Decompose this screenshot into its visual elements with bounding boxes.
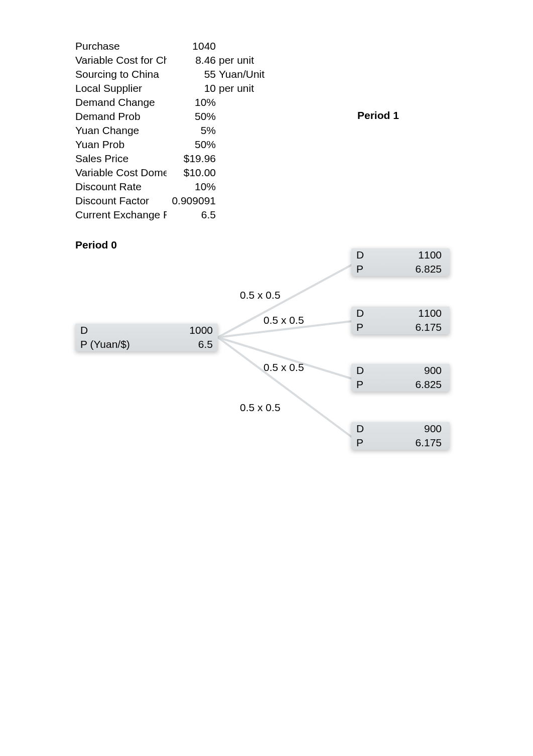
branch-prob-4: 0.5 x 0.5 — [240, 402, 281, 414]
node-row-p: P 6.175 — [351, 436, 450, 450]
node-d-label: D — [356, 249, 386, 261]
param-value: 5% — [167, 124, 216, 137]
node-d-value: 1000 — [136, 324, 213, 336]
param-row: Purchase 1040 — [75, 39, 264, 53]
param-unit: Yuan/Unit — [216, 68, 264, 80]
param-row: Sales Price $19.96 — [75, 152, 264, 166]
node-d-value: 1100 — [386, 307, 442, 319]
branch-prob-2: 0.5 x 0.5 — [263, 314, 304, 326]
svg-line-0 — [218, 265, 351, 337]
period1-heading: Period 1 — [357, 109, 399, 121]
param-label: Sourcing to China — [75, 68, 167, 80]
node-d-label: D — [356, 423, 386, 435]
param-row: Yuan Change 5% — [75, 123, 264, 138]
param-row: Current Exchange Ra 6.5 — [75, 208, 264, 222]
node-d-label: D — [80, 324, 136, 336]
node-row-d: D 1000 — [75, 323, 218, 337]
node-p-value: 6.175 — [386, 437, 442, 449]
period1-node-3: D 900 P 6.825 — [351, 363, 450, 392]
param-label: Variable Cost for Chi $ — [75, 54, 167, 66]
param-row: Local Supplier 10 per unit — [75, 81, 264, 95]
node-p-value: 6.825 — [386, 379, 442, 391]
param-label: Demand Change — [75, 96, 167, 108]
param-row: Demand Change 10% — [75, 95, 264, 109]
param-value: $10.00 — [167, 167, 216, 179]
period1-node-2: D 1100 P 6.175 — [351, 306, 450, 334]
node-p-label: P — [356, 379, 386, 391]
node-p-label: P — [356, 321, 386, 333]
node-d-value: 900 — [386, 423, 442, 435]
node-row-p: P 6.175 — [351, 320, 450, 334]
param-label: Current Exchange Ra — [75, 209, 167, 221]
node-p-value: 6.175 — [386, 321, 442, 333]
param-row: Discount Rate 10% — [75, 180, 264, 194]
node-row-d: D 900 — [351, 422, 450, 436]
node-row-p: P (Yuan/$) 6.5 — [75, 337, 218, 351]
node-row-d: D 900 — [351, 363, 450, 377]
param-value: 10% — [167, 181, 216, 193]
period1-node-1: D 1100 P 6.825 — [351, 248, 450, 276]
node-row-p: P 6.825 — [351, 377, 450, 392]
param-row: Sourcing to China 55 Yuan/Unit — [75, 67, 264, 81]
param-row: Discount Factor 0.909091 — [75, 194, 264, 208]
param-unit: per unit — [216, 54, 254, 66]
node-d-value: 1100 — [386, 249, 442, 261]
param-value: 1040 — [167, 40, 216, 52]
node-p-label: P — [356, 263, 386, 275]
param-label: Variable Cost Domes — [75, 167, 167, 179]
period1-node-4: D 900 P 6.175 — [351, 422, 450, 450]
node-row-d: D 1100 — [351, 306, 450, 320]
param-label: Discount Factor — [75, 195, 167, 207]
param-value: 0.909091 — [167, 195, 216, 207]
node-p-label: P (Yuan/$) — [80, 338, 136, 350]
node-d-label: D — [356, 307, 386, 319]
svg-line-3 — [218, 337, 351, 437]
param-label: Discount Rate — [75, 181, 167, 193]
param-row: Yuan Prob 50% — [75, 138, 264, 152]
period0-node: D 1000 P (Yuan/$) 6.5 — [75, 323, 218, 351]
param-unit: per unit — [216, 82, 254, 94]
param-label: Purchase — [75, 40, 167, 52]
node-d-value: 900 — [386, 364, 442, 376]
parameter-table: Purchase 1040 Variable Cost for Chi $ 8.… — [75, 39, 264, 222]
param-value: $19.96 — [167, 153, 216, 165]
node-p-label: P — [356, 437, 386, 449]
param-value: 55 — [167, 68, 216, 80]
param-row: Variable Cost Domes $10.00 — [75, 166, 264, 180]
param-label: Sales Price — [75, 153, 167, 165]
param-value: 50% — [167, 139, 216, 151]
param-label: Yuan Prob — [75, 139, 167, 151]
branch-prob-1: 0.5 x 0.5 — [240, 289, 281, 301]
node-row-p: P 6.825 — [351, 262, 450, 276]
node-d-label: D — [356, 364, 386, 376]
period0-heading: Period 0 — [75, 239, 117, 251]
param-value: 10 — [167, 82, 216, 94]
param-row: Variable Cost for Chi $ 8.46 per unit — [75, 53, 264, 67]
param-value: 50% — [167, 110, 216, 122]
param-value: 6.5 — [167, 209, 216, 221]
node-p-value: 6.5 — [136, 338, 213, 350]
branch-prob-3: 0.5 x 0.5 — [263, 361, 304, 373]
node-row-d: D 1100 — [351, 248, 450, 262]
param-value: 8.46 — [167, 54, 216, 66]
param-label: Local Supplier — [75, 82, 167, 94]
node-p-value: 6.825 — [386, 263, 442, 275]
param-row: Demand Prob 50% — [75, 109, 264, 123]
param-label: Demand Prob — [75, 110, 167, 122]
param-label: Yuan Change — [75, 124, 167, 137]
param-value: 10% — [167, 96, 216, 108]
